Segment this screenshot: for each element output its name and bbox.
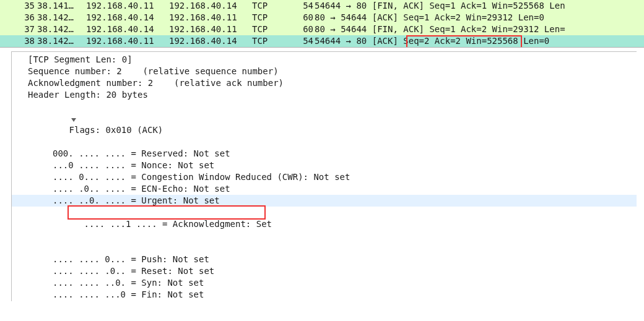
- detail-ack-text: .... ...1 .... = Acknowledgment: Set: [84, 219, 272, 229]
- col-time: 38.142…: [35, 12, 84, 24]
- detail-flags-text: Flags: 0x010 (ACK): [69, 125, 163, 135]
- col-no: 38: [17, 35, 35, 47]
- detail-line-ack[interactable]: .... ...1 .... = Acknowledgment: Set: [12, 207, 637, 254]
- direction-icon: [0, 0, 16, 12]
- col-len: 54: [286, 0, 313, 12]
- detail-line[interactable]: Acknowledgment number: 2 (relative ack n…: [12, 77, 637, 89]
- detail-line[interactable]: Header Length: 20 bytes: [12, 89, 637, 101]
- col-len: 60: [286, 12, 313, 24]
- detail-line[interactable]: Sequence number: 2 (relative sequence nu…: [12, 66, 637, 77]
- col-time: 38.142…: [35, 24, 84, 35]
- col-dst: 192.168.40.11: [167, 24, 250, 35]
- col-len: 54: [286, 35, 313, 47]
- col-info: 54644 → 80 [ACK] Seq=2 Ack=2 Win=525568 …: [313, 35, 644, 47]
- detail-line[interactable]: .... .... .0.. = Reset: Not set: [12, 265, 637, 277]
- col-info: 80 → 54644 [ACK] Seq=1 Ack=2 Win=29312 L…: [313, 12, 644, 24]
- direction-icon: [0, 12, 16, 24]
- packet-row[interactable]: 35 38.141… 192.168.40.11 192.168.40.14 T…: [0, 0, 644, 12]
- col-dst: 192.168.40.14: [167, 0, 250, 12]
- col-dst: 192.168.40.11: [167, 12, 250, 24]
- col-info: 54644 → 80 [FIN, ACK] Seq=1 Ack=1 Win=52…: [313, 0, 644, 12]
- col-dst: 192.168.40.14: [167, 35, 250, 47]
- col-proto: TCP: [250, 35, 286, 47]
- col-info: 80 → 54644 [FIN, ACK] Seq=1 Ack=2 Win=29…: [313, 24, 644, 35]
- detail-line[interactable]: .... .... ..0. = Syn: Not set: [12, 277, 637, 289]
- detail-line[interactable]: ...0 .... .... = Nonce: Not set: [12, 160, 637, 171]
- detail-line[interactable]: 000. .... .... = Reserved: Not set: [12, 148, 637, 160]
- col-proto: TCP: [250, 24, 286, 35]
- packet-row-selected[interactable]: 38 38.142… 192.168.40.11 192.168.40.14 T…: [0, 35, 644, 47]
- col-proto: TCP: [250, 0, 286, 12]
- col-no: 37: [17, 24, 35, 35]
- packet-detail-panel[interactable]: [TCP Segment Len: 0] Sequence number: 2 …: [0, 48, 644, 301]
- col-src: 192.168.40.14: [84, 24, 167, 35]
- col-no: 35: [17, 0, 35, 12]
- packet-list[interactable]: 35 38.141… 192.168.40.11 192.168.40.14 T…: [0, 0, 644, 48]
- col-src: 192.168.40.11: [84, 35, 167, 47]
- col-src: 192.168.40.14: [84, 12, 167, 24]
- detail-flags-header[interactable]: Flags: 0x010 (ACK): [12, 101, 637, 148]
- direction-icon: [0, 35, 16, 47]
- detail-line[interactable]: [TCP Segment Len: 0]: [12, 54, 637, 66]
- highlight-box-icon: [67, 205, 266, 220]
- detail-line[interactable]: .... ..0. .... = Urgent: Not set: [12, 195, 637, 207]
- col-time: 38.141…: [35, 0, 84, 12]
- col-proto: TCP: [250, 12, 286, 24]
- detail-line[interactable]: .... .... ...0 = Fin: Not set: [12, 289, 637, 301]
- detail-line[interactable]: .... .0.. .... = ECN-Echo: Not set: [12, 183, 637, 195]
- packet-row[interactable]: 36 38.142… 192.168.40.14 192.168.40.11 T…: [0, 12, 644, 24]
- detail-line[interactable]: .... .... 0... = Push: Not set: [12, 254, 637, 265]
- col-time: 38.142…: [35, 35, 84, 47]
- col-no: 36: [17, 12, 35, 24]
- col-len: 60: [286, 24, 313, 35]
- chevron-down-icon: [29, 103, 35, 109]
- direction-icon: [0, 24, 16, 35]
- detail-line[interactable]: .... 0... .... = Congestion Window Reduc…: [12, 171, 637, 183]
- col-src: 192.168.40.11: [84, 0, 167, 12]
- detail-line[interactable]: [TCP Flags: ·······A····]: [12, 301, 637, 301]
- packet-row[interactable]: 37 38.142… 192.168.40.14 192.168.40.11 T…: [0, 24, 644, 35]
